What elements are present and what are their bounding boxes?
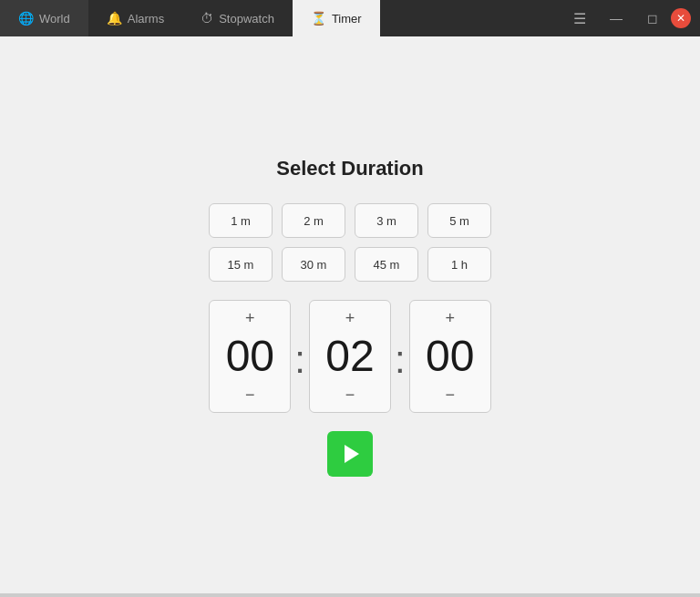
separator-2: : [391,338,409,382]
titlebar: 🌐 World 🔔 Alarms ⏱ Stopwatch ⏳ Timer ☰ —… [0,0,700,36]
duration-1m[interactable]: 1 m [209,203,273,238]
duration-45m[interactable]: 45 m [355,247,418,282]
tab-world[interactable]: 🌐 World [0,0,88,36]
world-icon: 🌐 [18,11,34,26]
tab-alarms[interactable]: 🔔 Alarms [88,0,182,36]
hours-increment[interactable]: + [210,305,290,331]
duration-30m[interactable]: 30 m [282,247,345,282]
seconds-value: 00 [426,331,474,382]
duration-grid: 1 m 2 m 3 m 5 m 15 m 30 m 45 m 1 h [209,203,491,282]
alarms-icon: 🔔 [107,11,122,26]
minimize-button[interactable]: — [598,0,634,36]
tab-stopwatch[interactable]: ⏱ Stopwatch [182,0,293,36]
separator-1: : [291,338,309,382]
duration-5m[interactable]: 5 m [427,203,491,238]
seconds-increment[interactable]: + [410,305,490,331]
tab-alarms-label: Alarms [128,12,164,26]
tab-timer-label: Timer [332,12,362,26]
hours-value: 00 [226,331,274,382]
time-picker: + 00 − : + 02 − : + 00 − [209,300,490,413]
duration-1h[interactable]: 1 h [427,247,491,282]
minutes-decrement[interactable]: − [310,382,390,407]
main-content: Select Duration 1 m 2 m 3 m 5 m 15 m 30 … [0,36,700,597]
tab-world-label: World [39,12,70,26]
minutes-increment[interactable]: + [310,305,390,331]
menu-button[interactable]: ☰ [561,0,598,36]
play-icon [345,445,359,463]
tab-stopwatch-label: Stopwatch [219,12,274,26]
timer-icon: ⏳ [311,11,326,26]
seconds-decrement[interactable]: − [410,382,490,407]
window-controls: ☰ — ◻ ✕ [561,0,700,36]
play-button[interactable] [327,431,373,477]
close-button[interactable]: ✕ [671,8,691,28]
minutes-value: 02 [325,331,374,382]
seconds-unit: + 00 − [409,300,491,413]
duration-15m[interactable]: 15 m [209,247,273,282]
minutes-unit: + 02 − [309,300,391,413]
duration-3m[interactable]: 3 m [355,203,418,238]
bottom-bar [0,593,700,597]
stopwatch-icon: ⏱ [201,11,213,26]
tab-timer[interactable]: ⏳ Timer [293,0,380,36]
duration-2m[interactable]: 2 m [282,203,345,238]
maximize-button[interactable]: ◻ [634,0,671,36]
page-title: Select Duration [276,157,423,180]
hours-decrement[interactable]: − [210,382,290,407]
hours-unit: + 00 − [209,300,291,413]
tab-bar: 🌐 World 🔔 Alarms ⏱ Stopwatch ⏳ Timer [0,0,561,36]
